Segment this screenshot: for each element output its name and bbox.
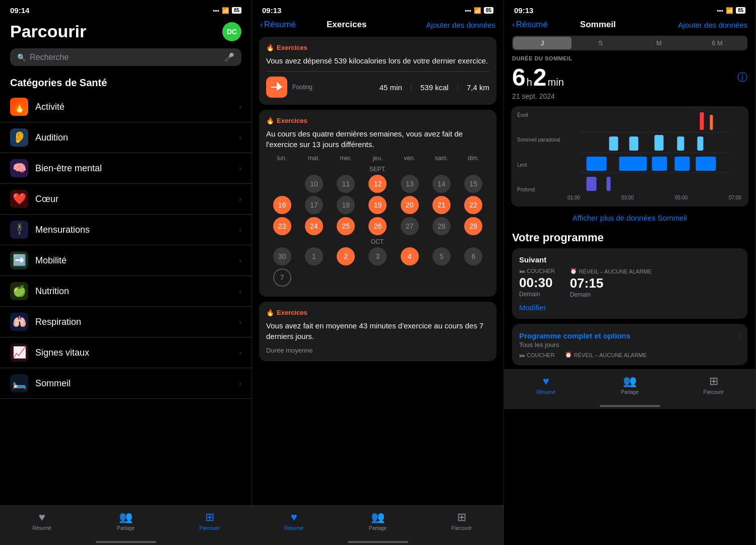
cal-week-4: 30 1 2 3 4 5 6 [266, 247, 489, 265]
respiration-icon: 🫁 [10, 313, 28, 331]
home-indicator-3 [504, 405, 755, 409]
tab-m[interactable]: M [630, 37, 688, 49]
parcourir-label-2: Parcourir [452, 525, 472, 531]
category-item-mensurations[interactable]: 🕴️ Mensurations › [0, 215, 251, 245]
sleep-duration-section: DURÉE DU SOMMEIL 6 h 2 min ⓘ 21 sept. 20… [504, 53, 755, 104]
nav-resume-1[interactable]: ♥ Résumé [0, 511, 84, 531]
reveil-time: 07:15 [570, 276, 652, 291]
resume-icon-3: ♥ [543, 375, 549, 388]
reveil-sub: Demain [570, 291, 652, 298]
nav-parcourir-2[interactable]: ⊞ Parcourir [420, 511, 503, 531]
categories-section-title: Catégories de Santé [0, 70, 251, 92]
category-item-nutrition[interactable]: 🍏 Nutrition › [0, 276, 251, 307]
afficher-link[interactable]: Afficher plus de données Sommeil [504, 209, 755, 227]
sleep-duration: 6 h 2 min [512, 63, 564, 91]
back-button-2[interactable]: ‹ Résumé [260, 20, 296, 30]
average-card: 🔥 Exercices Vous avez fait en moyenne 43… [259, 302, 496, 361]
back-label-2: Résumé [264, 20, 296, 30]
search-icon: 🔍 [17, 53, 26, 61]
sleep-h-unit: h [527, 77, 532, 88]
back-label-3: Résumé [516, 20, 548, 30]
modifier-link[interactable]: Modifier [519, 303, 740, 312]
card1-tag: 🔥 Exercices [266, 44, 489, 51]
user-avatar[interactable]: DC [222, 22, 241, 41]
sleep-chart-svg [566, 112, 742, 193]
sleep-mins: 2 [533, 63, 547, 91]
category-item-sommeil[interactable]: 🛏️ Sommeil › [0, 368, 251, 399]
partage-label-2: Partage [369, 525, 387, 531]
category-item-respiration[interactable]: 🫁 Respiration › [0, 307, 251, 337]
back-button-3[interactable]: ‹ Résumé [512, 20, 548, 30]
panel-parcourir: 09:14 ▪▪▪ 📶 85 Parcourir DC 🔍 Recherche … [0, 0, 252, 545]
workout-icon [266, 77, 287, 98]
cal-week-5: 7 [266, 268, 489, 287]
svg-rect-12 [619, 157, 647, 171]
nav-partage-3[interactable]: 👥 Partage [588, 375, 671, 395]
cal-week-3: 23 24 25 26 27 28 29 [266, 217, 489, 235]
svg-rect-15 [696, 157, 716, 171]
exercices-nav-bar: ‹ Résumé Exercices Ajouter des données [252, 17, 503, 33]
svg-rect-10 [698, 137, 704, 151]
sommeil-nav-bar: ‹ Résumé Sommeil Ajouter des données [504, 17, 755, 33]
fire-icon-2: 🔥 [266, 117, 274, 124]
eveil-label: Éveil [517, 112, 560, 118]
workout-duration: 45 min [380, 83, 402, 92]
mic-icon[interactable]: 🎤 [224, 52, 234, 62]
nav-resume-3[interactable]: ♥ Résumé [504, 375, 588, 395]
nav-parcourir-3[interactable]: ⊞ Parcourir [672, 375, 755, 395]
search-bar[interactable]: 🔍 Recherche 🎤 [10, 48, 241, 66]
sleep-chart-container: Éveil Sommeil paradoxal Lent Profond [511, 106, 748, 207]
parcourir-icon-2: ⊞ [457, 511, 466, 524]
workout-calories: 539 kcal [420, 83, 449, 92]
svg-rect-8 [655, 135, 664, 151]
nav-resume-2[interactable]: ♥ Résumé [252, 511, 336, 531]
home-bar-3 [600, 405, 660, 407]
status-bar-3: 09:13 ▪▪▪ 📶 85 [504, 0, 755, 17]
workout-distance: 7,4 km [467, 83, 489, 92]
sommeil-icon: 🛏️ [10, 374, 28, 392]
category-item-coeur[interactable]: ❤️ Cœur › [0, 184, 251, 215]
nav-partage-1[interactable]: 👥 Partage [84, 511, 167, 531]
status-bar-2: 09:13 ▪▪▪ 📶 85 [252, 0, 503, 17]
calendar-card: 🔥 Exercices Au cours des quatre dernière… [259, 110, 496, 297]
bed-icon-2: 🛏 [519, 352, 525, 358]
status-time-3: 09:13 [514, 6, 533, 15]
programme-card-complet[interactable]: Programme complet et options › Tous les … [512, 324, 747, 365]
nav-parcourir-1[interactable]: ⊞ Parcourir [168, 511, 251, 531]
bienetre-chevron: › [239, 164, 241, 172]
resume-label-1: Résumé [33, 525, 51, 531]
sleep-min-unit: min [548, 77, 564, 88]
parcourir-title: Parcourir [10, 22, 86, 41]
sommeil-action[interactable]: Ajouter des données [678, 21, 747, 29]
category-item-signes[interactable]: 📈 Signes vitaux › [0, 337, 251, 368]
bottom-nav-2: ♥ Résumé 👥 Partage ⊞ Parcourir [252, 505, 503, 541]
parcourir-header: Parcourir DC [0, 17, 251, 44]
tab-6m[interactable]: 6 M [688, 37, 746, 49]
svg-rect-7 [629, 137, 639, 151]
home-bar-2 [348, 541, 408, 543]
parcourir-icon-3: ⊞ [709, 375, 718, 388]
mobilite-label: Mobilité [35, 255, 232, 266]
tab-j[interactable]: J [513, 37, 572, 49]
category-item-audition[interactable]: 👂 Audition › [0, 122, 251, 153]
card1-text: Vous avez dépensé 539 kilocalories lors … [266, 55, 489, 66]
svg-rect-5 [710, 115, 713, 130]
exercices-action[interactable]: Ajouter des données [426, 21, 495, 29]
category-item-mobilite[interactable]: ➡️ Mobilité › [0, 245, 251, 276]
sleep-info-icon[interactable]: ⓘ [737, 71, 747, 84]
sleep-section-label: DURÉE DU SOMMEIL [512, 55, 747, 61]
mobilite-icon: ➡️ [10, 251, 28, 269]
alarm-icon-2: ⏰ [565, 352, 572, 358]
svg-rect-13 [652, 157, 667, 171]
prog-coucher-label: 🛏 COUCHER [519, 352, 555, 358]
reveil-label: ⏰ RÉVEIL – AUCUNE ALARME [570, 268, 652, 275]
nav-partage-2[interactable]: 👥 Partage [336, 511, 419, 531]
bienetre-icon: 🧠 [10, 159, 28, 177]
tab-s[interactable]: S [572, 37, 630, 49]
card3-text: Vous avez fait en moyenne 43 minutes d'e… [266, 320, 489, 342]
card3-subtext: Durée moyenne [266, 347, 489, 354]
card2-tag: 🔥 Exercices [266, 117, 489, 124]
category-item-bienetre[interactable]: 🧠 Bien-être mental › [0, 153, 251, 184]
activite-icon: 🔥 [10, 98, 28, 116]
category-item-activite[interactable]: 🔥 Activité › [0, 92, 251, 122]
